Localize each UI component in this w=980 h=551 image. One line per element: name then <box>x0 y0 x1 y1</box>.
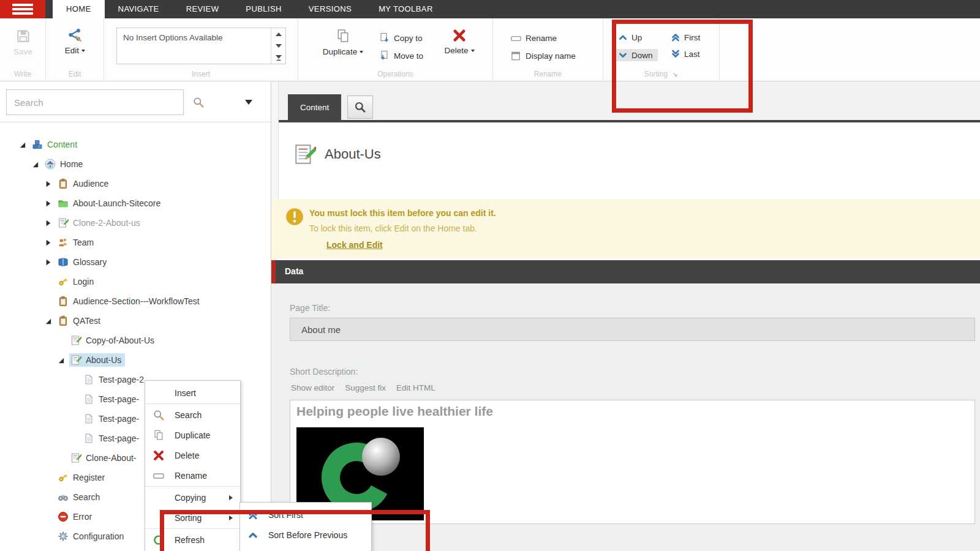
menu-item-sorting[interactable]: Sorting <box>145 508 240 528</box>
duplicate-button[interactable]: Duplicate <box>315 28 371 56</box>
data-section-header[interactable]: Data <box>271 260 980 283</box>
cubes-icon <box>32 139 43 150</box>
dialog-launcher-icon[interactable] <box>672 72 678 78</box>
tree-expander-closed[interactable] <box>44 180 56 188</box>
menu-item-copying[interactable]: Copying <box>145 487 240 508</box>
tree-item[interactable]: Audience-Section---WorkflowTest <box>0 291 271 311</box>
scroll-down-button[interactable] <box>271 40 285 51</box>
insert-options-text: No Insert Options Available <box>117 28 271 64</box>
chevron-down-icon <box>618 50 628 60</box>
insert-options-listbox[interactable]: No Insert Options Available <box>116 28 286 64</box>
menu-item-delete[interactable]: Delete <box>145 445 240 465</box>
tab-content[interactable]: Content <box>288 94 341 120</box>
menu-item-insert[interactable]: Insert <box>145 383 240 403</box>
display-name-label: Display name <box>526 51 576 61</box>
menu-item-refresh[interactable]: Refresh <box>145 530 240 550</box>
rename-icon <box>153 470 165 482</box>
tree-item-label: Audience-Section---WorkflowTest <box>73 296 200 306</box>
submenu-arrow-icon <box>229 515 233 520</box>
topbar-tab-publish[interactable]: PUBLISH <box>232 0 295 18</box>
menu-item-duplicate[interactable]: Duplicate <box>145 425 240 445</box>
tree-item[interactable]: Login <box>0 272 271 291</box>
lock-warning-banner: You must lock this item before you can e… <box>271 199 980 258</box>
menu-item-rename[interactable]: Rename <box>145 465 240 485</box>
ribbon-toolbar: Save Write Edit Edit No Insert Options A… <box>0 18 980 81</box>
sort-up-button[interactable]: Up <box>618 32 642 42</box>
editor-link-show-editor[interactable]: Show editor <box>291 383 334 392</box>
tree-item[interactable]: Audience <box>0 174 271 193</box>
search-icon[interactable] <box>192 96 205 108</box>
tree-expander-closed[interactable] <box>44 258 56 266</box>
sort-down-button[interactable]: Down <box>616 49 658 61</box>
tree-item[interactable]: Team <box>0 233 271 252</box>
save-button[interactable]: Save <box>0 28 46 56</box>
display-name-button[interactable]: Display name <box>510 50 576 62</box>
tree-item[interactable]: Copy-of-About-Us <box>0 331 271 350</box>
tree-item[interactable]: Home <box>0 154 271 174</box>
rename-button[interactable]: Rename <box>510 32 557 44</box>
menu-item-search[interactable]: Search <box>145 405 240 425</box>
copy-to-button[interactable]: Copy to <box>379 32 423 43</box>
tree-item[interactable]: About-Us <box>0 350 271 370</box>
content-search-button[interactable] <box>347 96 373 119</box>
duplicate-dropdown-caret <box>360 51 363 53</box>
edit-button[interactable]: Edit <box>46 27 104 55</box>
group-label-rename: Rename <box>493 70 603 78</box>
move-to-button[interactable]: Move to <box>379 50 423 61</box>
editor-link-suggest-fix[interactable]: Suggest fix <box>345 383 386 392</box>
topbar-tab-navigate[interactable]: NAVIGATE <box>105 0 173 18</box>
copy-to-label: Copy to <box>394 34 423 43</box>
tree-search-row <box>0 81 271 122</box>
editor-link-edit-html[interactable]: Edit HTML <box>396 383 435 392</box>
tree-item-label: Login <box>73 277 94 287</box>
tree-expander-closed[interactable] <box>44 200 56 208</box>
duplicate-icon <box>335 28 351 44</box>
page-title-input[interactable] <box>290 318 975 341</box>
expander-open-icon <box>18 141 26 149</box>
tree-item[interactable]: QATest <box>0 311 271 331</box>
tree-expander-open[interactable] <box>57 356 69 364</box>
hamburger-menu-button[interactable] <box>0 0 45 18</box>
move-to-label: Move to <box>394 51 423 61</box>
topbar-tab-versions[interactable]: VERSIONS <box>295 0 365 18</box>
topbar-tab-review[interactable]: REVIEW <box>173 0 233 18</box>
delete-x-icon <box>452 28 467 43</box>
submenu-item-sort-first[interactable]: Sort First <box>240 504 371 525</box>
tree-item[interactable]: Glossary <box>0 252 271 272</box>
search-input[interactable] <box>6 89 184 115</box>
tree-item-label: Test-page- <box>99 433 139 443</box>
notepad-icon <box>293 143 316 166</box>
topbar-tab-my-toolbar[interactable]: MY TOOLBAR <box>365 0 447 18</box>
tree-expander-open[interactable] <box>44 317 56 325</box>
notepad-icon <box>70 354 81 365</box>
tree-expander-open[interactable] <box>31 160 43 168</box>
sorting-submenu: Sort FirstSort Before Previous <box>239 502 372 551</box>
sort-up-label: Up <box>631 33 642 42</box>
tree-item[interactable]: Content <box>0 135 271 154</box>
group-label-sorting: Sorting <box>603 70 719 78</box>
content-header: Content <box>279 81 980 122</box>
rich-text-heading: Helping people live healthier life <box>296 404 493 419</box>
tree-item-label: Test-page- <box>99 414 139 424</box>
tree-item[interactable]: Clone-2-About-us <box>0 213 271 233</box>
lock-and-edit-link[interactable]: Lock and Edit <box>326 240 383 250</box>
tree-expander-open[interactable] <box>18 141 31 149</box>
tree-expander-closed[interactable] <box>44 219 56 227</box>
menu-separator <box>145 528 240 529</box>
sort-last-button[interactable]: Last <box>671 49 700 59</box>
scroll-up-button[interactable] <box>271 28 285 40</box>
scroll-end-button[interactable] <box>271 52 285 64</box>
tree-item[interactable]: About-Launch-Sitecore <box>0 193 271 213</box>
search-options-dropdown[interactable] <box>245 100 252 105</box>
tree-expander-closed[interactable] <box>44 239 56 247</box>
clipboard-icon <box>58 296 69 307</box>
rich-text-field[interactable]: Helping people live healthier life <box>290 400 975 524</box>
delete-x-icon <box>153 449 165 462</box>
sort-first-button[interactable]: First <box>671 32 700 42</box>
delete-button[interactable]: Delete <box>438 28 481 55</box>
tree-item-label: Home <box>60 159 83 169</box>
topbar-tab-home[interactable]: HOME <box>53 0 105 18</box>
ribbon-group-rename: Rename Display name Rename <box>493 18 603 81</box>
ribbon-group-operations: Duplicate Copy to Move to Delete Operati… <box>298 18 493 81</box>
submenu-item-sort-before-previous[interactable]: Sort Before Previous <box>240 525 371 545</box>
